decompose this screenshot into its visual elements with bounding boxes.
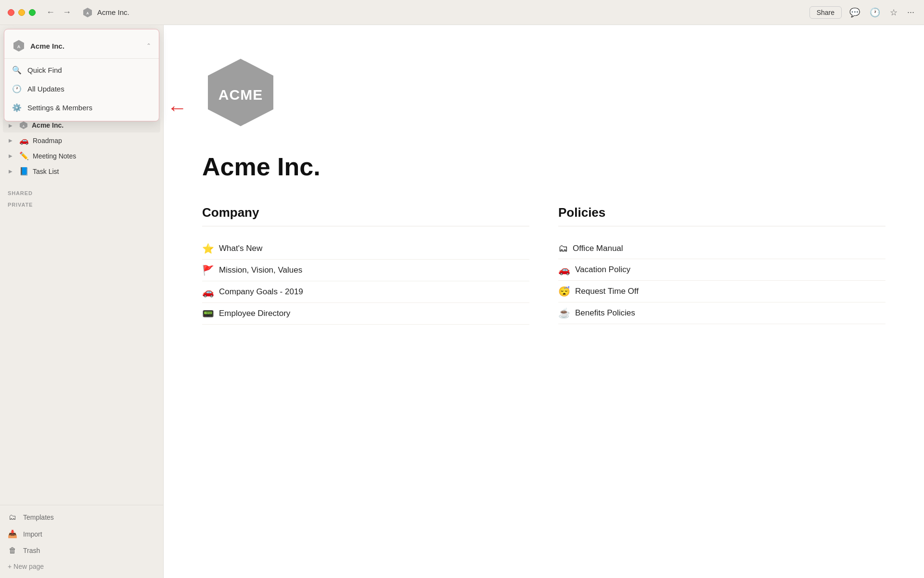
templates-item[interactable]: 🗂 Templates (0, 509, 163, 525)
request-time-off-link[interactable]: 😴 Request Time Off (558, 281, 886, 302)
svg-text:A: A (17, 44, 21, 49)
task-list-icon: 📘 (19, 167, 29, 176)
company-goals-text: Company Goals - 2019 (219, 287, 303, 297)
forward-button[interactable]: → (60, 6, 74, 18)
policies-heading: Policies (558, 205, 886, 226)
vacation-policy-icon: 🚗 (558, 264, 570, 276)
arrow-icon: ← (167, 96, 187, 119)
import-item[interactable]: 📥 Import (0, 525, 163, 542)
all-updates-item[interactable]: 🕐 All Updates (4, 79, 159, 98)
benefits-policies-link[interactable]: ☕ Benefits Policies (558, 302, 886, 324)
history-icon[interactable]: 🕐 (868, 5, 882, 20)
task-list-label: Task List (33, 168, 59, 175)
templates-label: Templates (23, 513, 54, 521)
search-icon: 🔍 (12, 66, 22, 75)
popup-divider (4, 58, 159, 59)
office-manual-icon: 🗂 (558, 243, 568, 254)
workspace-header[interactable]: A Acme Inc. ⌃ (4, 33, 159, 56)
acme-label: Acme Inc. (32, 121, 64, 129)
expand-arrow-task: ▶ (9, 169, 15, 174)
whats-new-text: What's New (219, 244, 262, 253)
workspace-logo: A (12, 39, 26, 53)
company-goals-icon: 🚗 (202, 286, 214, 298)
expand-arrow-meeting: ▶ (9, 153, 15, 158)
company-section: Company ⭐ What's New 🚩 Mission, Vision, … (202, 205, 529, 325)
trash-label: Trash (23, 547, 40, 554)
benefits-policies-icon: ☕ (558, 307, 570, 319)
acme-icon-small: A (19, 121, 28, 130)
nav-buttons: ← → (43, 6, 74, 18)
titlebar-actions: Share 💬 🕐 ☆ ··· (809, 5, 916, 20)
main-layout: A Acme Inc. ⌃ 🔍 Quick Find 🕐 All Updates… (0, 25, 924, 578)
vacation-policy-text: Vacation Policy (575, 265, 630, 275)
roadmap-icon: 🚗 (19, 136, 29, 145)
settings-item[interactable]: ⚙️ Settings & Members (4, 98, 159, 117)
sidebar-item-task-list[interactable]: ▶ 📘 Task List (3, 164, 160, 179)
breadcrumb: A Acme Inc. (82, 7, 806, 18)
maximize-button[interactable] (29, 9, 36, 16)
whats-new-link[interactable]: ⭐ What's New (202, 238, 529, 260)
policies-section: Policies 🗂 Office Manual 🚗 Vacation Poli… (558, 205, 886, 325)
new-page-label: + New page (8, 563, 44, 570)
page-icon: A (82, 7, 93, 18)
expand-arrow-acme: ▶ (9, 123, 15, 128)
more-icon[interactable]: ··· (905, 5, 916, 19)
breadcrumb-title: Acme Inc. (97, 8, 129, 16)
request-time-off-text: Request Time Off (575, 287, 639, 296)
employee-directory-icon: 📟 (202, 308, 214, 319)
mission-icon: 🚩 (202, 264, 214, 276)
trash-icon: 🗑 (8, 546, 17, 555)
expand-arrow-roadmap: ▶ (9, 138, 15, 143)
content-grid: Company ⭐ What's New 🚩 Mission, Vision, … (202, 205, 886, 325)
import-icon: 📥 (8, 529, 17, 539)
mission-link[interactable]: 🚩 Mission, Vision, Values (202, 260, 529, 281)
comment-icon[interactable]: 💬 (847, 5, 862, 20)
workspace-name-label: Acme Inc. (30, 42, 141, 50)
trash-item[interactable]: 🗑 Trash (0, 542, 163, 559)
svg-text:A: A (23, 125, 25, 128)
whats-new-icon: ⭐ (202, 243, 214, 254)
svg-text:A: A (86, 12, 89, 15)
titlebar: ← → A Acme Inc. Share 💬 🕐 ☆ ··· (0, 0, 924, 25)
traffic-lights (8, 9, 36, 16)
office-manual-text: Office Manual (573, 244, 623, 253)
acme-logo: ACME (202, 54, 279, 131)
chevron-icon: ⌃ (146, 42, 151, 49)
back-button[interactable]: ← (43, 6, 58, 18)
close-button[interactable] (8, 9, 14, 16)
import-label: Import (23, 530, 42, 538)
updates-icon: 🕐 (12, 84, 22, 93)
sidebar-footer: 🗂 Templates 📥 Import 🗑 Trash + New page (0, 505, 163, 578)
meeting-notes-icon: ✏️ (19, 151, 29, 160)
share-button[interactable]: Share (809, 6, 842, 19)
vacation-policy-link[interactable]: 🚗 Vacation Policy (558, 259, 886, 281)
request-time-off-icon: 😴 (558, 286, 570, 297)
quick-find-label: Quick Find (27, 66, 62, 74)
office-manual-link[interactable]: 🗂 Office Manual (558, 238, 886, 259)
meeting-notes-label: Meeting Notes (33, 152, 76, 160)
star-icon[interactable]: ☆ (888, 5, 899, 20)
sidebar-item-meeting-notes[interactable]: ▶ ✏️ Meeting Notes (3, 148, 160, 163)
benefits-policies-text: Benefits Policies (575, 308, 635, 318)
shared-section-label: SHARED (0, 186, 163, 198)
popup-menu: A Acme Inc. ⌃ 🔍 Quick Find 🕐 All Updates… (4, 29, 159, 121)
sidebar: A Acme Inc. ⌃ 🔍 Quick Find 🕐 All Updates… (0, 25, 164, 578)
new-page-button[interactable]: + New page (0, 559, 163, 574)
all-updates-label: All Updates (27, 85, 64, 93)
roadmap-label: Roadmap (33, 137, 62, 144)
main-content: ACME Acme Inc. Company ⭐ What's New 🚩 Mi… (164, 25, 924, 578)
page-title: Acme Inc. (202, 152, 886, 181)
arrow-indicator: ← (167, 96, 187, 119)
quick-find-item[interactable]: 🔍 Quick Find (4, 61, 159, 79)
mission-text: Mission, Vision, Values (219, 265, 302, 275)
templates-icon: 🗂 (8, 513, 17, 522)
company-heading: Company (202, 205, 529, 226)
minimize-button[interactable] (18, 9, 25, 16)
sidebar-item-roadmap[interactable]: ▶ 🚗 Roadmap (3, 133, 160, 148)
settings-label: Settings & Members (27, 104, 92, 112)
employee-directory-text: Employee Directory (219, 309, 290, 318)
company-goals-link[interactable]: 🚗 Company Goals - 2019 (202, 281, 529, 303)
svg-text:ACME: ACME (218, 87, 263, 103)
employee-directory-link[interactable]: 📟 Employee Directory (202, 303, 529, 325)
sidebar-content: WORKSPACE ▶ A Acme Inc. ▶ 🚗 Roadmap ▶ ✏️… (0, 102, 163, 505)
